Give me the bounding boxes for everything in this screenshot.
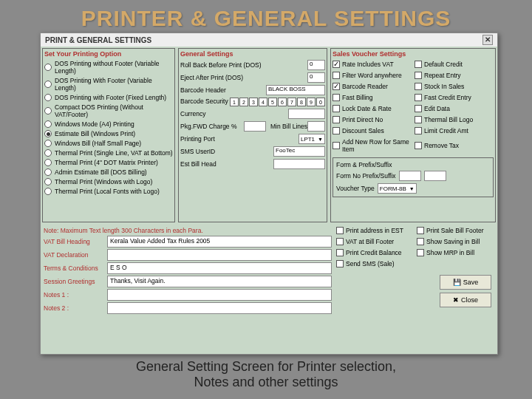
voucher-cb-4[interactable]: Barcode Reader <box>332 83 412 90</box>
voucher-cb-10[interactable]: Print Direct No <box>332 116 412 123</box>
barcode-security-label: Barcode Security <box>180 98 230 105</box>
print-option-10[interactable]: Thermal Print (Windows with Logo) <box>44 178 173 185</box>
currency-input[interactable] <box>288 109 325 119</box>
rollback-input[interactable]: 0 <box>307 60 325 70</box>
print-option-0[interactable]: DOS Printing without Footer (Variable Le… <box>44 60 173 75</box>
voucher-extra-cb-0[interactable]: Print address in EST <box>336 227 414 234</box>
voucher-extra-cb-2[interactable]: VAT at Bill Footer <box>336 238 414 245</box>
checkbox-icon <box>332 83 340 90</box>
min-bill-label: Min Bill Lines <box>270 123 307 130</box>
close-icon[interactable]: ✕ <box>482 35 493 45</box>
voucher-extra-cb-6[interactable]: Send SMS (Sale) <box>336 260 414 267</box>
close-button[interactable]: ✖Close <box>440 293 491 307</box>
close-button-icon: ✖ <box>453 296 459 304</box>
prefix-input[interactable] <box>399 171 421 181</box>
checkbox-icon <box>336 249 344 256</box>
voucher-extra-cb-1[interactable]: Print Sale Bill Footer <box>417 227 494 234</box>
text-field-3[interactable]: Thanks, Visit Again. <box>107 276 332 287</box>
print-option-4[interactable]: Windows Mode (A4) Printing <box>44 120 173 128</box>
voucher-extra-cb-4[interactable]: Print Credit Balance <box>336 249 414 256</box>
print-option-11[interactable]: Thermal Print (Local Fonts with Logo) <box>44 188 173 195</box>
radio-icon <box>44 140 52 147</box>
radio-icon <box>44 178 52 185</box>
print-option-2[interactable]: DOS Printing with Footer (Fixed Length) <box>44 94 173 101</box>
checkbox-icon <box>415 61 422 68</box>
text-field-0[interactable]: Kerala Value Added Tax Rules 2005 <box>107 236 332 248</box>
radio-icon <box>44 149 52 157</box>
barcode-security-boxes[interactable]: 1234567890 <box>230 98 325 106</box>
checkbox-icon <box>417 238 424 245</box>
eject-input[interactable]: 0 <box>307 72 325 83</box>
voucher-cb-0[interactable]: Rate Includes VAT <box>332 61 412 68</box>
radio-icon <box>44 188 52 195</box>
settings-dialog: PRINT & GENERAL SETTINGS ✕ Set Your Prin… <box>40 33 498 355</box>
checkbox-icon <box>332 116 340 123</box>
voucher-cb-3[interactable]: Repeat Entry <box>415 72 494 79</box>
voucher-cb-12[interactable]: Discount Sales <box>332 127 412 134</box>
sms-user-input[interactable]: FooTec <box>273 146 325 157</box>
voucher-cb-7[interactable]: Fast Credit Entry <box>415 94 494 101</box>
barcode-header-label: Barcode Header <box>180 86 266 94</box>
voucher-cb-5[interactable]: Stock In Sales <box>415 83 494 90</box>
rollback-label: Roll Back Before Print (DOS) <box>180 61 307 69</box>
checkbox-icon <box>415 127 422 134</box>
print-option-8[interactable]: Thermal Print (4" DOT Matrix Printer) <box>44 159 173 166</box>
pkg-fwd-label: Pkg.FWD Charge % <box>180 123 244 130</box>
voucher-extra-cb-3[interactable]: Show Saving in Bill <box>417 238 494 245</box>
print-option-6[interactable]: Windows Bill (Half Small Page) <box>44 140 173 147</box>
text-row-2: Terms & ConditionsE S O <box>44 262 332 274</box>
text-row-5: Notes 2 : <box>44 302 332 314</box>
print-option-3[interactable]: Compact DOS Printing (Without VAT/Footer… <box>44 103 173 118</box>
prefix-label: Form No Prefix/Suffix <box>336 172 396 180</box>
voucher-extra-cb-5[interactable]: Show MRP in Bill <box>417 249 494 256</box>
suffix-input[interactable] <box>424 171 446 181</box>
voucher-cb-15[interactable]: Remove Tax <box>415 138 494 153</box>
general-settings-title: General Settings <box>180 50 325 58</box>
checkbox-icon <box>332 61 340 68</box>
voucher-settings-title: Sales Voucher Settings <box>332 50 494 58</box>
radio-icon <box>44 159 52 166</box>
general-settings-panel: General Settings Roll Back Before Print … <box>178 48 327 222</box>
est-bill-head-input[interactable] <box>273 159 325 169</box>
voucher-cb-13[interactable]: Limit Credit Amt <box>415 127 494 134</box>
voucher-cb-6[interactable]: Fast Billing <box>332 94 412 101</box>
text-field-2[interactable]: E S O <box>107 262 332 274</box>
sms-user-label: SMS UserID <box>180 148 273 155</box>
text-row-4: Notes 1 : <box>44 289 332 301</box>
checkbox-icon <box>336 227 344 234</box>
text-field-5[interactable] <box>107 302 332 314</box>
text-field-1[interactable] <box>107 249 332 261</box>
voucher-cb-2[interactable]: Filter Word anywhere <box>332 72 412 79</box>
slide-title: PRINTER & GENERAL SETTINGS <box>0 0 532 33</box>
print-option-7[interactable]: Thermal Print (Single Line, VAT at Botto… <box>44 149 173 157</box>
prefix-suffix-box: Form & Prefix/Suffix Form No Prefix/Suff… <box>332 157 494 197</box>
print-option-1[interactable]: DOS Printing With Footer (Variable Lengt… <box>44 77 173 92</box>
checkbox-icon <box>415 105 422 112</box>
text-field-4[interactable] <box>107 289 332 301</box>
pkg-fwd-input[interactable] <box>244 121 266 132</box>
print-option-5[interactable]: Estimate Bill (Windows Print) <box>44 130 173 137</box>
print-option-9[interactable]: Admin Estimate Bill (DOS Billing) <box>44 168 173 176</box>
checkbox-icon <box>336 238 344 245</box>
radio-icon <box>44 130 52 137</box>
voucher-cb-14[interactable]: Add New Row for Same Item <box>332 138 412 153</box>
voucher-cb-11[interactable]: Thermal Bill Logo <box>415 116 494 123</box>
currency-label: Currency <box>180 110 288 117</box>
voucher-settings-panel: Sales Voucher Settings Rate Includes VAT… <box>330 48 496 222</box>
min-bill-input[interactable] <box>307 121 325 132</box>
voucher-cb-8[interactable]: Lock Date & Rate <box>332 105 412 112</box>
radio-icon <box>44 64 52 71</box>
dialog-title-text: PRINT & GENERAL SETTINGS <box>45 36 151 44</box>
save-button[interactable]: 💾Save <box>440 275 491 290</box>
barcode-header-input[interactable]: BLACK BOSS <box>266 85 325 95</box>
voucher-type-select[interactable]: FORM-8B <box>378 183 417 194</box>
voucher-cb-9[interactable]: Edit Data <box>415 105 494 112</box>
voucher-cb-1[interactable]: Default Credit <box>415 61 494 68</box>
printing-port-select[interactable]: LPT1 <box>299 134 325 144</box>
checkbox-icon <box>415 83 422 90</box>
checkbox-icon <box>417 227 424 234</box>
eject-label: Eject After Print (DOS) <box>180 74 307 81</box>
bottom-panel: Note: Maximum Text length 300 Characters… <box>41 224 497 317</box>
text-row-1: VAT Declaration <box>44 249 332 261</box>
checkbox-icon <box>415 142 422 149</box>
